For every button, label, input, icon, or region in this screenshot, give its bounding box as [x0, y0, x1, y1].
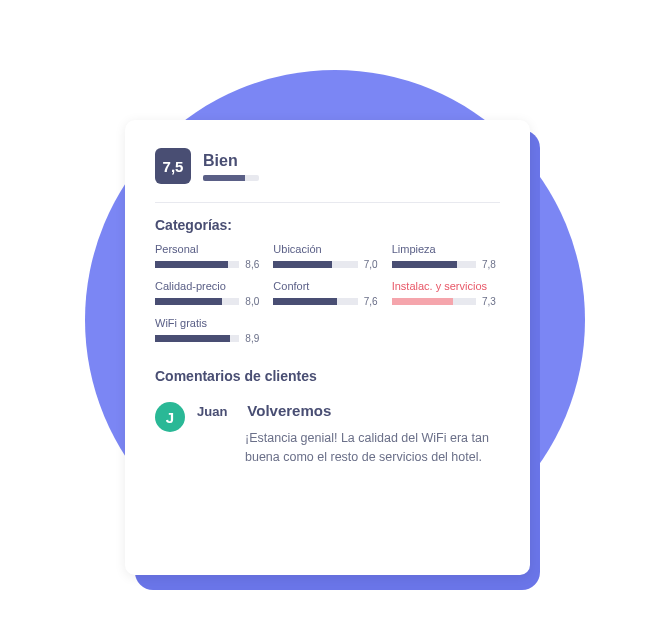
categories-grid: Personal8,6Ubicación7,0Limpieza7,8Calida… [155, 243, 500, 344]
divider [155, 202, 500, 203]
category-label: Ubicación [273, 243, 381, 255]
overall-score-bar-fill [203, 175, 245, 181]
category-bar [273, 261, 357, 268]
category-bar [392, 261, 476, 268]
category-value: 7,6 [364, 296, 382, 307]
category-label: WiFi gratis [155, 317, 263, 329]
category-item: WiFi gratis8,9 [155, 317, 263, 344]
category-value: 8,0 [245, 296, 263, 307]
review-title: Volveremos [247, 402, 331, 419]
category-bar-row: 7,6 [273, 296, 381, 307]
category-item: Confort7,6 [273, 280, 381, 307]
category-bar [155, 298, 239, 305]
category-value: 7,3 [482, 296, 500, 307]
category-bar-fill [392, 261, 458, 268]
category-label: Instalac. y servicios [392, 280, 500, 292]
review-item: J Juan Volveremos ¡Estancia genial! La c… [155, 402, 500, 467]
category-bar-row: 7,3 [392, 296, 500, 307]
review-text: ¡Estancia genial! La calidad del WiFi er… [245, 429, 500, 467]
overall-score-info: Bien [203, 152, 259, 181]
category-bar [155, 335, 239, 342]
category-bar-row: 7,8 [392, 259, 500, 270]
overall-score-header: 7,5 Bien [155, 148, 500, 184]
overall-score-bar [203, 175, 259, 181]
review-author: Juan [197, 404, 227, 419]
category-bar-fill [155, 298, 222, 305]
category-item: Instalac. y servicios7,3 [392, 280, 500, 307]
category-value: 7,0 [364, 259, 382, 270]
category-label: Confort [273, 280, 381, 292]
category-label: Personal [155, 243, 263, 255]
review-header: Juan Volveremos [197, 402, 500, 419]
review-body: Juan Volveremos ¡Estancia genial! La cal… [197, 402, 500, 467]
category-item: Calidad-precio8,0 [155, 280, 263, 307]
category-bar-fill [273, 298, 337, 305]
category-label: Limpieza [392, 243, 500, 255]
category-bar-fill [273, 261, 332, 268]
category-bar-fill [155, 261, 228, 268]
avatar: J [155, 402, 185, 432]
category-bar-fill [392, 298, 454, 305]
category-value: 8,9 [245, 333, 263, 344]
category-item: Ubicación7,0 [273, 243, 381, 270]
category-bar [155, 261, 239, 268]
category-bar-row: 8,6 [155, 259, 263, 270]
review-card: 7,5 Bien Categorías: Personal8,6Ubicació… [125, 120, 530, 575]
category-bar [273, 298, 357, 305]
categories-title: Categorías: [155, 217, 500, 233]
category-bar-row: 8,9 [155, 333, 263, 344]
category-item: Limpieza7,8 [392, 243, 500, 270]
overall-score-label: Bien [203, 152, 259, 170]
category-bar [392, 298, 476, 305]
category-value: 7,8 [482, 259, 500, 270]
category-bar-row: 8,0 [155, 296, 263, 307]
category-item: Personal8,6 [155, 243, 263, 270]
category-label: Calidad-precio [155, 280, 263, 292]
category-value: 8,6 [245, 259, 263, 270]
category-bar-fill [155, 335, 230, 342]
reviews-section-title: Comentarios de clientes [155, 368, 500, 384]
overall-score-badge: 7,5 [155, 148, 191, 184]
category-bar-row: 7,0 [273, 259, 381, 270]
